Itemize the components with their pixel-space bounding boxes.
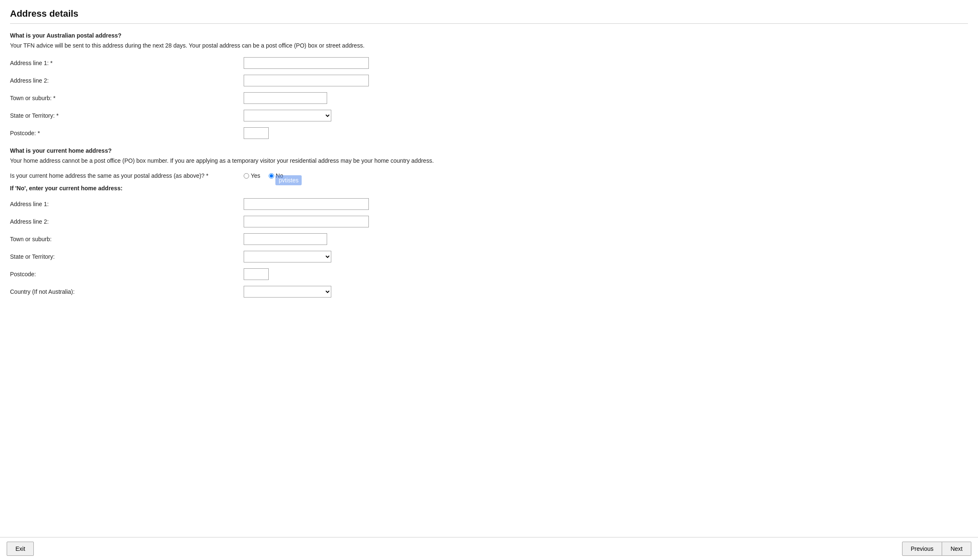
if-no-heading: If 'No', enter your current home address… xyxy=(10,185,968,192)
home-postcode-row: Postcode: xyxy=(10,268,968,280)
postal-town-suburb-label: Town or suburb: * xyxy=(10,95,244,101)
postal-postcode-label: Postcode: * xyxy=(10,130,244,136)
home-address-line2-input[interactable] xyxy=(244,216,369,227)
postal-section-heading: What is your Australian postal address? xyxy=(10,32,968,39)
same-as-postal-radio-group: Yes No xyxy=(244,172,283,179)
section-divider xyxy=(10,23,968,24)
home-address-line1-input[interactable] xyxy=(244,198,369,210)
postal-address-line1-input[interactable] xyxy=(244,57,369,69)
home-address-section: What is your current home address? Your … xyxy=(10,147,968,298)
home-town-suburb-label: Town or suburb: xyxy=(10,236,244,242)
home-state-territory-label: State or Territory: xyxy=(10,253,244,260)
home-country-label: Country (If not Australia): xyxy=(10,288,244,295)
home-address-line2-row: Address line 2: xyxy=(10,216,968,227)
home-address-line1-label: Address line 1: xyxy=(10,201,244,207)
postal-address-section: What is your Australian postal address? … xyxy=(10,32,968,139)
postal-state-territory-select[interactable]: ACT NSW NT QLD SA TAS VIC WA xyxy=(244,110,331,121)
postal-postcode-input[interactable] xyxy=(244,127,269,139)
home-country-row: Country (If not Australia): Australia Fr… xyxy=(10,286,968,298)
postal-town-suburb-input[interactable] xyxy=(244,92,327,104)
home-town-suburb-row: Town or suburb: xyxy=(10,233,968,245)
postal-address-line2-input[interactable] xyxy=(244,75,369,86)
home-address-line2-label: Address line 2: xyxy=(10,218,244,225)
home-state-territory-row: State or Territory: ACT NSW NT QLD SA TA… xyxy=(10,251,968,262)
home-postcode-label: Postcode: xyxy=(10,271,244,277)
next-button[interactable]: Next xyxy=(942,542,971,556)
home-state-territory-select[interactable]: ACT NSW NT QLD SA TAS VIC WA xyxy=(244,251,331,262)
postal-address-line2-label: Address line 2: xyxy=(10,77,244,84)
same-as-postal-label: Is your current home address the same as… xyxy=(10,172,244,179)
same-as-postal-row: Is your current home address the same as… xyxy=(10,172,968,179)
home-country-select[interactable]: Australia France United Kingdom United S… xyxy=(244,286,331,298)
no-radio[interactable] xyxy=(269,173,274,179)
yes-radio-label[interactable]: Yes xyxy=(244,172,260,179)
no-radio-text: No xyxy=(276,172,283,179)
exit-button[interactable]: Exit xyxy=(7,542,34,556)
page-title: Address details xyxy=(10,8,968,19)
postal-state-territory-row: State or Territory: * ACT NSW NT QLD SA … xyxy=(10,110,968,121)
footer: Exit Previous Next xyxy=(0,537,978,560)
yes-radio[interactable] xyxy=(244,173,249,179)
postal-address-line1-row: Address line 1: * xyxy=(10,57,968,69)
postal-section-description: Your TFN advice will be sent to this add… xyxy=(10,42,968,49)
postal-address-line2-row: Address line 2: xyxy=(10,75,968,86)
previous-button[interactable]: Previous xyxy=(902,542,942,556)
home-section-heading: What is your current home address? xyxy=(10,147,968,154)
navigation-buttons: Previous Next xyxy=(902,542,971,556)
postal-postcode-row: Postcode: * xyxy=(10,127,968,139)
home-section-description: Your home address cannot be a post offic… xyxy=(10,157,968,164)
yes-radio-text: Yes xyxy=(251,172,260,179)
postal-address-line1-label: Address line 1: * xyxy=(10,60,244,66)
postal-town-suburb-row: Town or suburb: * xyxy=(10,92,968,104)
home-town-suburb-input[interactable] xyxy=(244,233,327,245)
no-radio-label[interactable]: No xyxy=(269,172,283,179)
home-address-line1-row: Address line 1: xyxy=(10,198,968,210)
postal-state-territory-label: State or Territory: * xyxy=(10,112,244,119)
home-postcode-input[interactable] xyxy=(244,268,269,280)
